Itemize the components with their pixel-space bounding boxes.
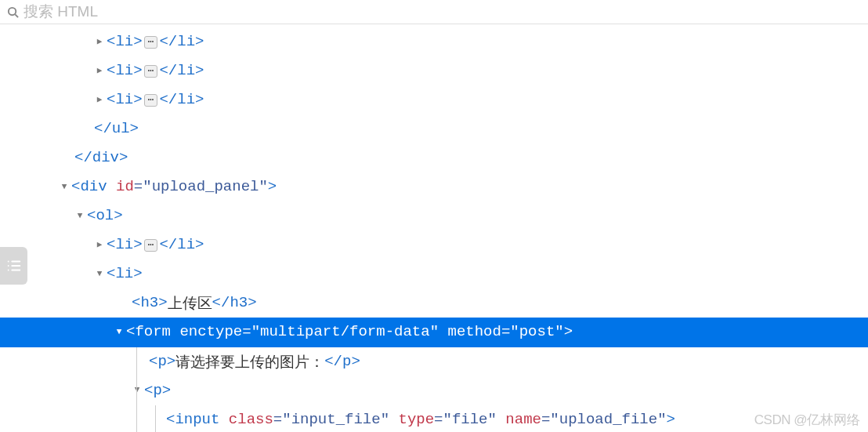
svg-line-1 bbox=[15, 14, 18, 17]
ellipsis-icon[interactable]: ⋯ bbox=[144, 65, 158, 78]
search-placeholder: 搜索 HTML bbox=[24, 2, 98, 22]
tree-node-li[interactable]: <li>⋯</li> bbox=[0, 56, 868, 85]
ellipsis-icon[interactable]: ⋯ bbox=[144, 94, 158, 107]
chevron-right-icon[interactable] bbox=[94, 63, 105, 79]
search-icon bbox=[6, 5, 19, 18]
tree-node-h3[interactable]: <h3>上传区</h3> bbox=[0, 289, 868, 318]
search-bar[interactable]: 搜索 HTML bbox=[0, 0, 868, 24]
tree-node-li[interactable]: <li>⋯</li> bbox=[0, 27, 868, 56]
dom-tree: <li>⋯</li> <li>⋯</li> <li>⋯</li> </ul> <… bbox=[0, 24, 868, 432]
svg-point-0 bbox=[8, 7, 15, 14]
chevron-down-icon[interactable] bbox=[114, 324, 125, 340]
tree-node-ul-close[interactable]: </ul> bbox=[0, 114, 868, 143]
chevron-down-icon[interactable] bbox=[132, 382, 143, 398]
chevron-down-icon[interactable] bbox=[59, 179, 70, 195]
ellipsis-icon[interactable]: ⋯ bbox=[144, 36, 158, 49]
watermark: CSDN @亿林网络 bbox=[754, 411, 860, 429]
tree-node-li[interactable]: <li> bbox=[0, 260, 868, 289]
chevron-right-icon[interactable] bbox=[94, 34, 105, 50]
chevron-right-icon[interactable] bbox=[94, 92, 105, 108]
side-tab-outline[interactable] bbox=[0, 247, 27, 285]
tree-node-p[interactable]: <p>请选择要上传的图片：</p> bbox=[0, 347, 868, 376]
tree-node-ol[interactable]: <ol> bbox=[0, 201, 868, 231]
ellipsis-icon[interactable]: ⋯ bbox=[144, 239, 158, 252]
tree-node-upload-panel[interactable]: <div id="upload_panel"> bbox=[0, 172, 868, 201]
tree-node-li[interactable]: <li>⋯</li> bbox=[0, 231, 868, 260]
chevron-down-icon[interactable] bbox=[94, 266, 105, 282]
chevron-right-icon[interactable] bbox=[94, 237, 105, 253]
tree-node-li[interactable]: <li>⋯</li> bbox=[0, 85, 868, 114]
tree-node-p[interactable]: <p> bbox=[0, 376, 868, 405]
chevron-down-icon[interactable] bbox=[74, 208, 85, 224]
tree-node-input[interactable]: <input class="input_file" type="file" na… bbox=[0, 405, 868, 432]
tree-node-form-selected[interactable]: <form enctype="multipart/form-data" meth… bbox=[0, 318, 868, 347]
tree-node-div-close[interactable]: </div> bbox=[0, 143, 868, 172]
